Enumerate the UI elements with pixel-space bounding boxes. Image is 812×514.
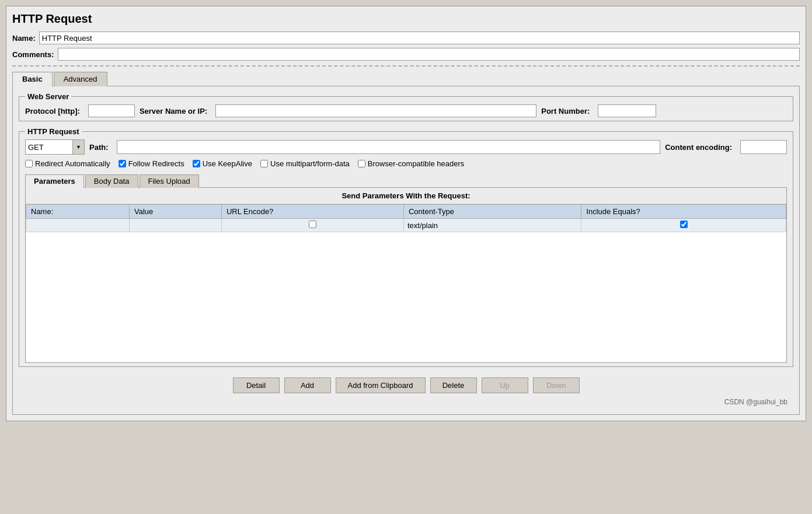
checkbox-redirect-auto: Redirect Automatically — [25, 159, 110, 168]
col-header-content-type: Content-Type — [403, 205, 581, 219]
cell-content-type: text/plain — [403, 219, 581, 232]
name-input[interactable] — [39, 32, 800, 44]
tab-advanced[interactable]: Advanced — [54, 72, 107, 86]
outer-tabs: Basic Advanced — [12, 71, 800, 86]
checkbox-use-multipart: Use multipart/form-data — [260, 159, 350, 168]
checkboxes-row: Redirect Automatically Follow Redirects … — [25, 159, 787, 168]
cell-value — [130, 219, 222, 232]
add-clipboard-button[interactable]: Add from Clipboard — [336, 377, 426, 393]
path-label: Path: — [89, 143, 109, 152]
bottom-buttons: Detail Add Add from Clipboard Delete Up … — [19, 373, 793, 398]
up-button[interactable]: Up — [482, 377, 528, 393]
tab-content-basic: Web Server Protocol [http]: Server Name … — [12, 86, 800, 415]
encoding-input[interactable] — [740, 140, 787, 154]
method-dropdown-icon[interactable]: ▼ — [72, 140, 84, 154]
divider — [12, 65, 800, 67]
server-input[interactable] — [215, 104, 536, 117]
comments-label: Comments: — [12, 50, 54, 59]
path-input[interactable] — [117, 140, 661, 154]
comments-input[interactable] — [58, 48, 800, 61]
method-select[interactable]: GET POST PUT DELETE PATCH HEAD OPTIONS — [26, 140, 72, 154]
add-button[interactable]: Add — [284, 377, 331, 393]
checkbox-use-keepalive: Use KeepAlive — [193, 159, 252, 168]
web-server-section: Web Server Protocol [http]: Server Name … — [19, 92, 793, 121]
http-request-legend: HTTP Request — [25, 127, 82, 136]
inner-tab-content-parameters: Send Parameters With the Request: Name: … — [25, 188, 787, 363]
checkbox-browser-compat: Browser-compatible headers — [358, 159, 464, 168]
inner-tab-files-upload[interactable]: Files Upload — [140, 174, 199, 188]
comments-row: Comments: — [12, 48, 800, 61]
tab-basic[interactable]: Basic — [12, 72, 53, 86]
delete-button[interactable]: Delete — [430, 377, 477, 393]
col-header-name: Name: — [26, 205, 130, 219]
http-request-row: GET POST PUT DELETE PATCH HEAD OPTIONS ▼… — [25, 139, 787, 155]
server-label: Server Name or IP: — [140, 107, 207, 116]
port-label: Port Number: — [541, 107, 590, 116]
main-container: HTTP Request Name: Comments: Basic Advan… — [6, 6, 806, 421]
checkbox-follow-redirects-label: Follow Redirects — [128, 159, 184, 168]
name-row: Name: — [12, 32, 800, 44]
cell-name — [26, 219, 130, 232]
web-server-legend: Web Server — [25, 92, 71, 101]
params-header: Send Parameters With the Request: — [26, 188, 786, 204]
inner-tab-body-data[interactable]: Body Data — [85, 174, 138, 188]
checkbox-use-keepalive-input[interactable] — [193, 160, 200, 167]
checkbox-use-multipart-input[interactable] — [260, 160, 268, 167]
detail-button[interactable]: Detail — [233, 377, 280, 393]
web-server-row: Protocol [http]: Server Name or IP: Port… — [25, 104, 787, 117]
name-label: Name: — [12, 34, 36, 43]
inner-tab-parameters[interactable]: Parameters — [25, 174, 84, 188]
method-select-wrapper: GET POST PUT DELETE PATCH HEAD OPTIONS ▼ — [25, 139, 85, 155]
checkbox-use-multipart-label: Use multipart/form-data — [270, 159, 350, 168]
checkbox-redirect-auto-label: Redirect Automatically — [35, 159, 110, 168]
http-request-section: HTTP Request GET POST PUT DELETE PATCH H… — [19, 127, 793, 367]
checkbox-browser-compat-input[interactable] — [358, 160, 365, 167]
port-input[interactable] — [598, 104, 656, 117]
inner-tabs: Parameters Body Data Files Upload — [25, 174, 787, 188]
checkbox-follow-redirects-input[interactable] — [119, 160, 126, 167]
cell-include-equals — [581, 219, 786, 232]
page-title: HTTP Request — [12, 12, 800, 26]
encoding-label: Content encoding: — [665, 143, 732, 152]
checkbox-use-keepalive-label: Use KeepAlive — [203, 159, 252, 168]
cell-url-encode — [221, 219, 403, 232]
protocol-input[interactable] — [88, 104, 135, 117]
checkbox-follow-redirects: Follow Redirects — [119, 159, 184, 168]
checkbox-redirect-auto-input[interactable] — [25, 160, 33, 167]
protocol-label: Protocol [http]: — [25, 107, 80, 116]
cell-url-encode-checkbox[interactable] — [309, 221, 316, 228]
down-button[interactable]: Down — [533, 377, 580, 393]
watermark: CSDN @guaihui_bb — [19, 398, 793, 408]
cell-include-equals-checkbox[interactable] — [680, 221, 688, 228]
table-row: text/plain — [26, 219, 786, 232]
col-header-include-equals: Include Equals? — [581, 205, 786, 219]
col-header-url-encode: URL Encode? — [221, 205, 403, 219]
params-table: Name: Value URL Encode? Content-Type Inc… — [26, 204, 786, 232]
col-header-value: Value — [130, 205, 222, 219]
checkbox-browser-compat-label: Browser-compatible headers — [368, 159, 464, 168]
